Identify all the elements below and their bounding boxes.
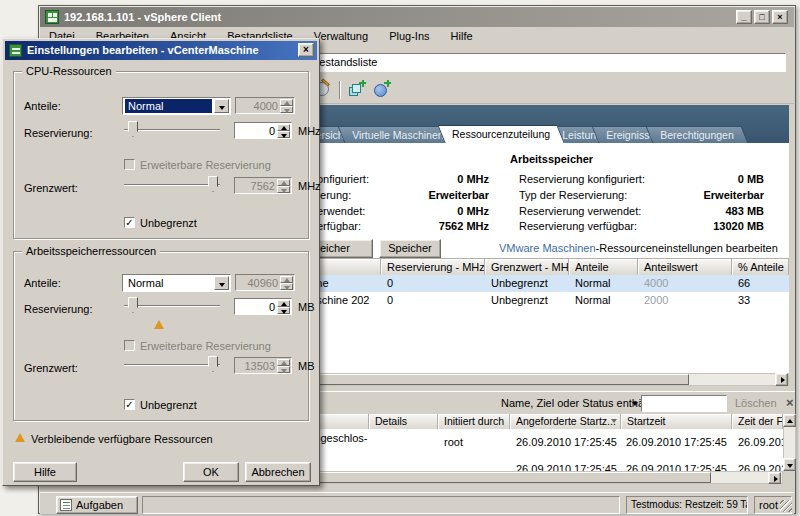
memory-expandable-label: Erweiterbare Reservierung [140,340,271,352]
cpu-shares-spinner: 4000 [235,97,295,114]
spinner-up-button[interactable] [277,300,290,307]
col-header-anteilswert[interactable]: Anteilswert [638,258,732,275]
scroll-right-button[interactable] [775,373,788,386]
col-header-grenzwert[interactable]: Grenzwert - MHz [485,258,569,275]
slider-thumb[interactable] [208,356,218,372]
spinner-up-button[interactable] [277,359,290,366]
tab-berechtigungen[interactable]: Berechtigungen [646,126,748,143]
tab-label: Virtuelle Maschinen [352,127,443,143]
row-anteilswert: 2000 [644,294,668,306]
spinner-down-button[interactable] [280,283,293,290]
aufgaben-button[interactable]: Aufgaben [56,496,138,514]
add-vm-icon[interactable] [347,80,365,98]
anteile-label: Anteile: [24,277,61,289]
scroll-up-button[interactable] [783,414,796,427]
dialog-close-button[interactable]: × [298,43,314,57]
cpu-unlimited-label: Unbegrenzt [140,217,197,229]
spinner-down-button[interactable] [277,307,290,314]
slider-thumb[interactable] [128,297,138,313]
main-titlebar[interactable]: 192.168.1.101 - vSphere Client _ □ × [40,7,794,27]
memory-unlimited-label: Unbegrenzt [140,399,197,411]
menu-hilfe[interactable]: Hilfe [442,27,482,46]
memory-limit-slider[interactable] [124,356,220,373]
memory-row-label: Reservierung verwendet: [519,205,641,217]
memory-reservation-spinner[interactable]: 0 [234,298,292,315]
spinner-up-button[interactable] [280,99,293,106]
reservierung-label: Reservierung: [24,303,92,315]
col-header-anteile[interactable]: Anteile [569,258,638,275]
memory-unlimited-checkbox[interactable]: ✓ [124,399,135,410]
col-header-prozent-anteile[interactable]: % Anteile [732,258,789,275]
cpu-expandable-checkbox[interactable] [124,159,135,170]
task-requested-start: 26.09.2010 17:25:45 [516,436,617,448]
tab-ressourcenzuteilung[interactable]: Ressourcenzuteilung [437,125,564,143]
scroll-down-button[interactable] [783,458,796,471]
memory-expandable-checkbox[interactable] [124,340,135,351]
cpu-limit-slider[interactable] [124,176,220,193]
scroll-right-button[interactable] [768,472,781,484]
spinner-down-button[interactable] [277,131,290,138]
slider-thumb[interactable] [128,121,138,137]
vm-settings-icon [9,44,22,57]
breadcrumb[interactable]: Bestandsliste [304,53,786,72]
memory-shares-combo-value: Normal [125,276,212,290]
spinner-down-button[interactable] [277,186,290,193]
minimize-button[interactable]: _ [736,10,752,24]
spinner-up-button[interactable] [280,276,293,283]
cancel-button[interactable]: Abbrechen [245,462,311,482]
cpu-shares-combo[interactable]: Normal [122,97,231,115]
spinner-down-button[interactable] [280,106,293,113]
maximize-button[interactable]: □ [754,10,770,24]
row-anteile: Normal [575,277,610,289]
tasks-clear-button[interactable]: Löschen [735,397,777,409]
slider-thumb[interactable] [208,176,218,192]
task-start-time: 26.09.2010 17:25:45 [626,463,727,471]
spinner-up-button[interactable] [277,124,290,131]
memory-resources-group: Arbeitsspeicherressourcen Anteile: Norma… [13,251,309,421]
slider-track [124,364,220,366]
menu-plugins[interactable]: Plug-Ins [380,27,438,46]
tasks-filter-input[interactable] [641,395,727,412]
cpu-group-title: CPU-Ressourcen [22,65,116,77]
col-header-reservierung[interactable]: Reservierung - MHz [381,258,485,275]
tab-label: Berechtigungen [660,127,734,143]
memory-row-label: Typ der Reservierung: [519,189,627,201]
tasks-close-icon[interactable]: × [786,395,794,410]
cpu-reservation-spinner[interactable]: 0 [234,122,292,139]
resize-grip[interactable] [780,500,792,512]
desktop: 192.168.1.101 - vSphere Client _ □ × Dat… [0,0,800,516]
edit-resource-settings-link[interactable]: VMware Maschinen-Ressourceneinstellungen… [499,242,767,254]
row-anteilswert: 4000 [644,277,668,289]
cpu-row-value: 0 MHz [369,173,489,185]
tasks-col-header-angeforderte[interactable]: Angeforderte Startz... [510,414,621,429]
tasks-hscrollbar-thumb[interactable] [311,472,711,483]
row-grenzwert: Unbegrenzt [491,294,548,306]
spinner-up-button[interactable] [277,179,290,186]
slider-track [124,129,220,131]
close-button[interactable]: × [772,10,788,24]
remaining-resources-warning-text: Verbleibende verfügbare Ressourcen [31,433,213,445]
combo-dropdown-button[interactable] [214,99,229,113]
memory-reservation-slider[interactable] [124,297,220,314]
tasks-col-header-initiiert[interactable]: Initiiert durch [438,414,510,429]
combo-dropdown-button[interactable] [214,276,229,290]
resource-hscrollbar-thumb[interactable] [311,374,689,385]
cpu-unlimited-checkbox[interactable]: ✓ [124,217,135,228]
reservierung-label: Reservierung: [24,127,92,139]
tasks-col-header-details[interactable]: Details [369,414,438,429]
tasks-col-header-zeit[interactable]: Zeit der Fe [732,414,783,429]
view-speicher-button[interactable]: Speicher [379,239,441,258]
tasks-col-header-startzeit[interactable]: Startzeit [621,414,732,429]
sort-desc-icon [611,419,617,423]
add-host-globe-icon[interactable] [373,80,391,98]
memory-row-label: Reservierung verfügbar: [519,220,637,232]
cpu-reservation-slider[interactable] [124,121,220,138]
spinner-down-button[interactable] [277,366,290,373]
memory-row-value: Erweiterbar [639,189,764,201]
window-title: 192.168.1.101 - vSphere Client [64,11,221,23]
ok-button[interactable]: OK [183,462,239,482]
edit-link-highlight[interactable]: VMware Maschinen [499,242,596,254]
dialog-titlebar[interactable]: Einstellungen bearbeiten - vCenterMaschi… [5,41,317,60]
memory-shares-combo[interactable]: Normal [122,274,231,292]
help-button[interactable]: Hilfe [13,462,77,482]
